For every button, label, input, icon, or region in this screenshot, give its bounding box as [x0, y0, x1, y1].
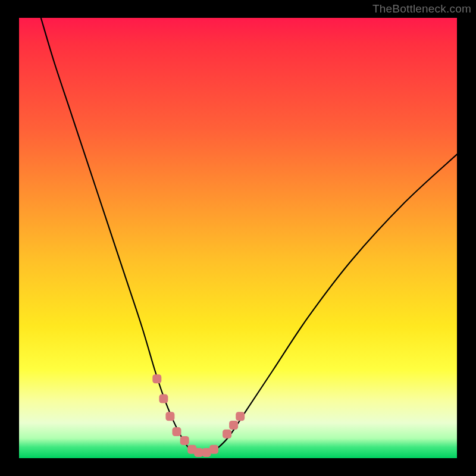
plot-area	[19, 18, 457, 458]
bottleneck-curve	[41, 18, 457, 455]
curve-marker	[152, 374, 161, 383]
curve-marker	[173, 427, 181, 436]
curve-marker	[223, 430, 231, 439]
watermark-text: TheBottleneck.com	[372, 2, 471, 15]
curve-marker	[180, 436, 189, 445]
curve-marker	[209, 445, 218, 454]
curve-marker	[159, 394, 168, 403]
chart-frame: TheBottleneck.com	[0, 0, 476, 476]
curve-svg	[19, 18, 457, 458]
curve-marker	[229, 421, 238, 430]
curve-marker	[236, 412, 245, 421]
curve-marker	[165, 412, 174, 421]
marker-group	[152, 374, 245, 457]
curve-marker	[194, 448, 203, 457]
